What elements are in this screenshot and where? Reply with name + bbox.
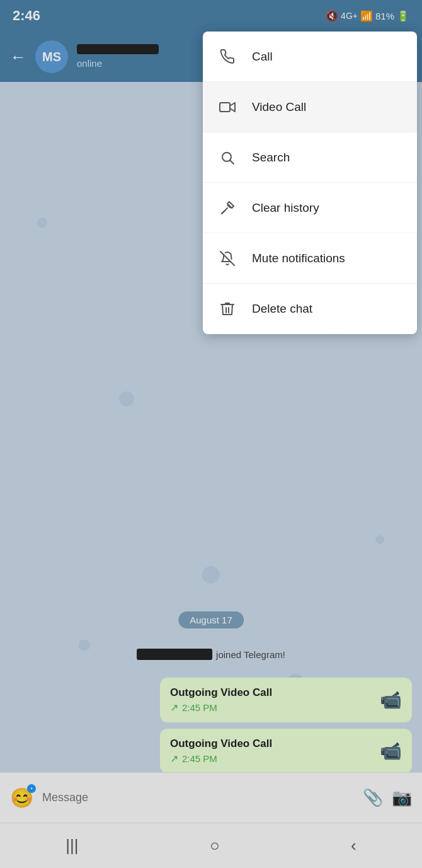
menu-item-clear-history[interactable]: Clear history bbox=[203, 183, 417, 233]
svg-rect-0 bbox=[220, 103, 230, 112]
menu-item-video-call[interactable]: Video Call bbox=[203, 82, 417, 132]
menu-label-call: Call bbox=[252, 50, 273, 64]
svg-line-3 bbox=[220, 252, 234, 265]
menu-item-call[interactable]: Call bbox=[203, 32, 417, 82]
video-call-menu-icon bbox=[218, 101, 237, 113]
bell-off-icon bbox=[218, 251, 237, 266]
menu-label-search: Search bbox=[252, 151, 290, 165]
menu-label-clear-history: Clear history bbox=[252, 201, 319, 215]
phone-icon bbox=[218, 49, 237, 64]
svg-line-2 bbox=[231, 160, 234, 164]
menu-label-mute: Mute notifications bbox=[252, 252, 345, 265]
trash-icon bbox=[218, 301, 237, 316]
menu-label-delete-chat: Delete chat bbox=[252, 302, 312, 316]
search-icon bbox=[218, 151, 237, 165]
menu-item-mute[interactable]: Mute notifications bbox=[203, 233, 417, 284]
menu-item-delete-chat[interactable]: Delete chat bbox=[203, 284, 417, 334]
menu-item-search[interactable]: Search bbox=[203, 132, 417, 183]
broom-icon bbox=[218, 200, 237, 216]
context-menu: Call Video Call Search bbox=[203, 32, 417, 334]
menu-label-video-call: Video Call bbox=[252, 100, 306, 114]
